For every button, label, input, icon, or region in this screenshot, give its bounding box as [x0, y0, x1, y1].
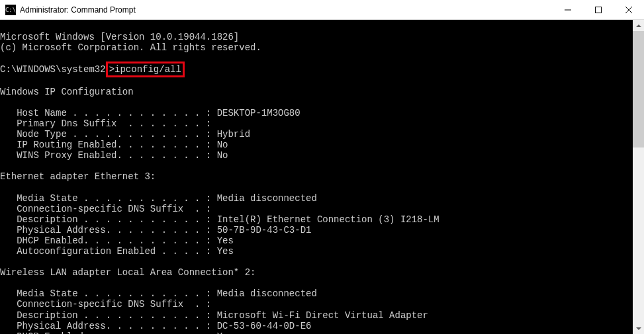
- wlan-physical-address-line: Physical Address. . . . . . . . . : DC-5…: [0, 321, 311, 331]
- eth-physical-address-line: Physical Address. . . . . . . . . : 50-7…: [0, 225, 311, 235]
- ethernet-heading: Ethernet adapter Ethernet 3:: [0, 171, 156, 182]
- node-type-line: Node Type . . . . . . . . . . . . : Hybr…: [0, 129, 250, 140]
- wlan-conn-dns-line: Connection-specific DNS Suffix . :: [0, 299, 211, 310]
- wlan-dhcp-line: DHCP Enabled. . . . . . . . . . . : Yes: [0, 331, 234, 334]
- terminal-container: Microsoft Windows [Version 10.0.19044.18…: [0, 20, 644, 334]
- chevron-up-icon: [636, 24, 641, 27]
- eth-description-line: Description . . . . . . . . . . . : Inte…: [0, 214, 439, 225]
- wlan-heading: Wireless LAN adapter Local Area Connecti…: [0, 267, 255, 278]
- primary-dns-line: Primary Dns Suffix . . . . . . . :: [0, 118, 211, 129]
- scroll-thumb[interactable]: [633, 31, 644, 147]
- wlan-description-line: Description . . . . . . . . . . . : Micr…: [0, 310, 428, 321]
- minimize-button[interactable]: [553, 0, 583, 20]
- command-prompt-icon: C:\: [5, 5, 16, 15]
- command-text: >ipconfig/all: [109, 64, 181, 75]
- minimize-icon: [565, 7, 571, 13]
- eth-dhcp-line: DHCP Enabled. . . . . . . . . . . : Yes: [0, 235, 234, 246]
- svg-marker-4: [636, 24, 641, 27]
- window-controls: [553, 0, 644, 19]
- svg-rect-1: [596, 7, 602, 13]
- eth-autoconf-line: Autoconfiguration Enabled . . . . : Yes: [0, 246, 234, 257]
- maximize-icon: [595, 7, 602, 13]
- scroll-up-button[interactable]: [633, 20, 644, 31]
- prompt-path: C:\WINDOWS\system32: [0, 64, 106, 75]
- maximize-button[interactable]: [583, 0, 614, 20]
- scroll-down-button[interactable]: [633, 323, 644, 334]
- copyright-line: (c) Microsoft Corporation. All rights re…: [0, 42, 261, 53]
- close-button[interactable]: [614, 0, 644, 20]
- window-title: Administrator: Command Prompt: [20, 5, 136, 15]
- version-line: Microsoft Windows [Version 10.0.19044.18…: [0, 32, 239, 42]
- eth-media-state-line: Media State . . . . . . . . . . . : Medi…: [0, 193, 317, 204]
- wins-proxy-line: WINS Proxy Enabled. . . . . . . . : No: [0, 150, 228, 161]
- chevron-down-icon: [636, 327, 641, 330]
- command-highlight: >ipconfig/all: [106, 62, 185, 77]
- close-icon: [625, 7, 632, 13]
- vertical-scrollbar[interactable]: [633, 20, 644, 334]
- svg-marker-5: [636, 327, 641, 330]
- scroll-track[interactable]: [633, 31, 644, 323]
- wlan-media-state-line: Media State . . . . . . . . . . . : Medi…: [0, 288, 317, 299]
- ipconfig-heading: Windows IP Configuration: [0, 87, 134, 97]
- terminal-output[interactable]: Microsoft Windows [Version 10.0.19044.18…: [0, 20, 633, 334]
- titlebar[interactable]: C:\ Administrator: Command Prompt: [0, 0, 644, 20]
- host-name-line: Host Name . . . . . . . . . . . . : DESK…: [0, 108, 300, 118]
- ip-routing-line: IP Routing Enabled. . . . . . . . : No: [0, 140, 228, 150]
- prompt-line: C:\WINDOWS\system32>ipconfig/all: [0, 64, 185, 75]
- eth-conn-dns-line: Connection-specific DNS Suffix . :: [0, 204, 211, 214]
- titlebar-left: C:\ Administrator: Command Prompt: [5, 5, 136, 15]
